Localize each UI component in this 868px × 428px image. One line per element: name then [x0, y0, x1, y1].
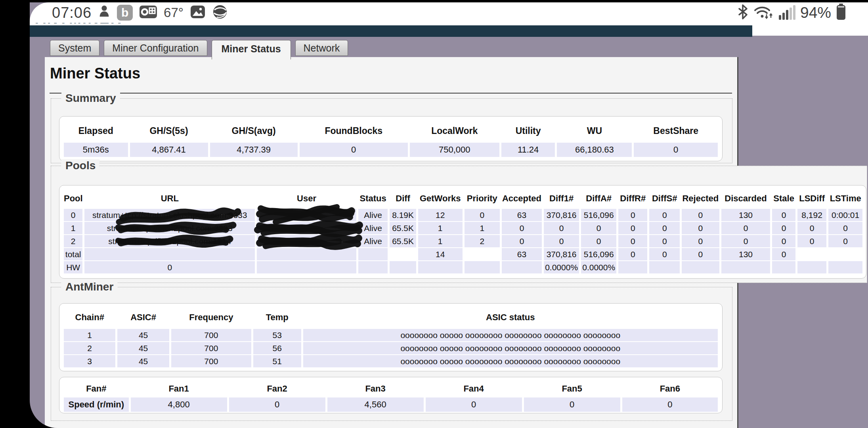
- header-navy-bar: [30, 25, 752, 37]
- cell: 0: [618, 248, 647, 260]
- column-header: Fan1: [131, 380, 227, 397]
- bluetooth-icon: [737, 4, 749, 21]
- cell-signal-icon: [779, 6, 795, 20]
- cell: 0:00:01: [828, 209, 862, 221]
- cell: 0: [544, 222, 579, 234]
- header-row: Fan#Fan1Fan2Fan3Fan4Fan5Fan6: [64, 380, 718, 397]
- table-row: 34570051oooooooo ooooo oooooooo oooooooo…: [64, 355, 718, 367]
- tab-system[interactable]: System: [50, 40, 99, 56]
- battery-percent-text: 94%: [800, 4, 831, 21]
- cell: 12: [418, 209, 463, 221]
- cell: 750,000: [410, 143, 499, 157]
- cell: 4,737.39: [210, 143, 298, 157]
- cell: 0: [772, 235, 795, 247]
- chains-table: Chain#ASIC#FrequencyTempASIC status14570…: [59, 303, 723, 371]
- wifi-icon: [753, 4, 774, 21]
- page-title: Miner Status: [50, 65, 140, 82]
- cell: Speed (r/min): [64, 397, 129, 412]
- cell: 65.5K: [390, 235, 416, 247]
- cell: [390, 261, 416, 273]
- cell: 0: [502, 222, 542, 234]
- b-app-icon: b: [117, 5, 133, 21]
- cell: stratum+tcp://btc.f2pool.com:3333: [84, 222, 255, 234]
- cell: 5m36s: [64, 143, 128, 157]
- column-header: Elapsed: [64, 119, 128, 142]
- cell: [618, 261, 647, 273]
- header-row: ElapsedGH/S(5s)GH/S(avg)FoundBlocksLocal…: [64, 119, 718, 142]
- phone-screen: 07:06 b 67°: [30, 2, 868, 428]
- cell: [257, 261, 356, 273]
- cell: 14: [418, 248, 463, 260]
- cell: 1: [418, 235, 463, 247]
- cell: 0: [634, 143, 718, 157]
- cell: 0: [581, 222, 616, 234]
- column-header: LSTime: [828, 188, 862, 208]
- summary-table: ElapsedGH/S(5s)GH/S(avg)FoundBlocksLocal…: [59, 116, 723, 161]
- cell: 4,800: [131, 397, 227, 412]
- cell: 516,096: [581, 209, 616, 221]
- column-header: LocalWork: [410, 119, 499, 142]
- column-header: URL: [84, 188, 255, 208]
- column-header: DiffS#: [649, 188, 680, 208]
- cell: 0: [229, 397, 325, 412]
- cell: [358, 261, 388, 273]
- cell: [257, 222, 356, 234]
- cell: 0: [649, 222, 680, 234]
- column-header: Diff: [390, 188, 416, 208]
- cell: 700: [171, 342, 251, 354]
- cell: total: [64, 248, 82, 260]
- cell: 0: [64, 209, 82, 221]
- cell: [257, 248, 356, 260]
- cell: 51: [253, 355, 301, 367]
- cell: 0.0000%: [544, 261, 579, 273]
- tab-network[interactable]: Network: [295, 40, 348, 56]
- summary-legend: Summary: [61, 92, 120, 105]
- battery-icon: [836, 3, 846, 22]
- column-header: Fan4: [426, 380, 522, 397]
- cell: 0: [618, 222, 647, 234]
- column-header: Fan2: [229, 380, 325, 397]
- cell: 0: [772, 248, 795, 260]
- browser-app-icon: [212, 4, 228, 21]
- status-bar-right: 94%: [737, 2, 846, 23]
- column-header: WU: [557, 119, 632, 142]
- cell: 516,096: [581, 248, 616, 260]
- column-header: Priority: [465, 188, 500, 208]
- table-row: Speed (r/min)4,80004,560000: [64, 397, 718, 412]
- cell: oooooooo ooooo oooooooo oooooooo ooooooo…: [303, 342, 718, 354]
- cell: 0: [682, 235, 719, 247]
- cell: [358, 248, 388, 260]
- cell: [502, 261, 542, 273]
- header-row: PoolURLUserStatusDiffGetWorksPriorityAcc…: [64, 188, 862, 208]
- cell: oooooooo ooooo oooooooo oooooooo ooooooo…: [303, 355, 718, 367]
- column-header: Chain#: [64, 306, 115, 328]
- cell: 45: [117, 355, 169, 367]
- cell: stratum+tcp://ltc.f2pool.com:1314: [84, 235, 255, 247]
- android-status-bar: 07:06 b 67°: [30, 2, 868, 23]
- column-header: Status: [358, 188, 388, 208]
- gallery-app-icon: [190, 4, 206, 21]
- cell: 0: [649, 209, 680, 221]
- cell: Alive: [358, 235, 388, 247]
- cell: HW: [64, 261, 82, 273]
- table-row: 0stratum+tcp://stratum.slushpool.com:333…: [64, 209, 862, 221]
- cell: 0: [828, 222, 862, 234]
- cell: [84, 248, 255, 260]
- cell: [682, 261, 719, 273]
- cell: 1: [418, 222, 463, 234]
- cell: 1: [64, 329, 115, 341]
- cell: 0: [300, 143, 408, 157]
- column-header: Stale: [772, 188, 795, 208]
- column-header: DiffA#: [581, 188, 616, 208]
- tab-miner-status[interactable]: Miner Status: [212, 40, 291, 59]
- cell: [390, 248, 416, 260]
- cell: Alive: [358, 209, 388, 221]
- cell: 0: [524, 397, 620, 412]
- cell: [418, 261, 463, 273]
- column-header: Fan#: [64, 380, 129, 397]
- table-row: 5m36s4,867.414,737.390750,00011.2466,180…: [64, 143, 718, 157]
- tab-miner-configuration[interactable]: Miner Configuration: [104, 40, 207, 56]
- fans-table: Fan#Fan1Fan2Fan3Fan4Fan5Fan6Speed (r/min…: [59, 377, 723, 413]
- column-header: Diff1#: [544, 188, 579, 208]
- cell: 0: [618, 209, 647, 221]
